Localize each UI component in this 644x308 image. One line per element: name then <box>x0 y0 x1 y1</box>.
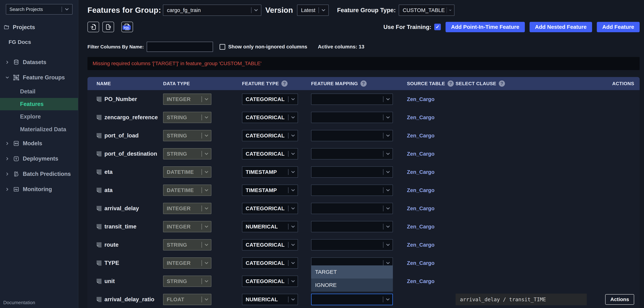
column-header-data-type: DATA TYPE <box>163 81 212 86</box>
feature-group-select[interactable]: cargo_fg_train <box>163 4 261 16</box>
chevron-down-icon <box>204 260 209 266</box>
feature-mapping-select[interactable] <box>311 185 393 196</box>
export-features-button[interactable] <box>102 22 114 32</box>
feature-type-select[interactable]: CATEGORICAL <box>242 257 298 269</box>
chevron-down-icon <box>290 169 296 175</box>
chevron-down-icon <box>204 96 209 102</box>
feature-mapping-select[interactable] <box>311 294 393 305</box>
feature-name: zencargo_reference <box>104 114 158 121</box>
sidebar-item-models[interactable]: Models <box>0 136 78 151</box>
use-for-training-label: Use For Training: <box>384 24 431 30</box>
feature-type-select[interactable]: CATEGORICAL <box>242 112 298 123</box>
chevron-right-icon <box>5 172 10 176</box>
feature-mapping-select[interactable] <box>311 203 393 214</box>
sidebar: Search Projects Projects FG Docs Dataset… <box>0 0 78 308</box>
source-table-link[interactable]: Zen_Cargo <box>407 96 434 102</box>
sidebar-item-batch-predictions[interactable]: Batch Predictions <box>0 166 78 182</box>
feature-mapping-option-target[interactable]: TARGET <box>311 265 393 279</box>
feature-type-select[interactable]: CATEGORICAL <box>242 239 298 251</box>
feature-type-select[interactable]: CATEGORICAL <box>242 130 298 141</box>
sidebar-item-monitoring[interactable]: Monitoring <box>0 182 78 197</box>
source-table-link[interactable]: Zen_Cargo <box>407 206 434 211</box>
sidebar-item-features[interactable]: Features <box>0 98 78 110</box>
page-title: Features for Group: <box>88 6 161 14</box>
sidebar-item-materialized-data[interactable]: Materialized Data <box>0 123 78 136</box>
feature-type-select[interactable]: NUMERICAL <box>242 221 298 232</box>
feature-mapping-cell <box>311 199 393 218</box>
feature-type-select[interactable]: CATEGORICAL <box>242 203 298 214</box>
row-actions-button[interactable]: Actions <box>605 294 634 305</box>
feature-note-icon <box>96 188 102 193</box>
feature-name-cell: port_of_load <box>96 132 163 139</box>
chevron-down-icon <box>385 242 391 248</box>
chevron-right-icon <box>5 156 10 161</box>
feature-type-select[interactable]: CATEGORICAL <box>242 148 298 159</box>
feature-type-select[interactable]: CATEGORICAL <box>242 276 298 287</box>
source-table-link[interactable]: Zen_Cargo <box>407 151 434 157</box>
chevron-down-icon <box>290 188 296 193</box>
table-header-row: NAME DATA TYPE FEATURE TYPE? FEATURE MAP… <box>88 77 640 90</box>
sidebar-item-datasets[interactable]: Datasets <box>0 55 78 70</box>
source-table-link[interactable]: Zen_Cargo <box>407 187 434 193</box>
source-table-link[interactable]: Zen_Cargo <box>407 169 434 175</box>
sql-editor-button[interactable]: SQL <box>121 22 133 32</box>
feature-mapping-select[interactable] <box>311 112 393 123</box>
sidebar-item-detail[interactable]: Detail <box>0 85 78 98</box>
feature-mapping-select[interactable] <box>311 166 393 178</box>
feature-group-type-select[interactable]: CUSTOM_TABLE <box>399 4 454 16</box>
data-type-select: INTEGER <box>163 257 212 269</box>
sidebar-item-explore[interactable]: Explore <box>0 110 78 123</box>
active-columns-count: Active columns: 13 <box>318 44 364 50</box>
chevron-down-icon <box>385 115 391 120</box>
version-select[interactable]: Latest <box>297 4 329 16</box>
feature-type-select[interactable]: TIMESTAMP <box>242 166 298 178</box>
sidebar-item-deployments[interactable]: Deployments <box>0 151 78 166</box>
sidebar-item-feature-groups[interactable]: Feature Groups <box>0 70 78 85</box>
help-icon[interactable]: ? <box>281 80 288 87</box>
use-for-training-checkbox[interactable] <box>434 24 441 30</box>
feature-mapping-select[interactable] <box>311 239 393 251</box>
select-divider <box>202 151 202 157</box>
sidebar-project-name[interactable]: FG Docs <box>8 39 78 45</box>
add-point-in-time-feature-button[interactable]: Add Point-In-Time Feature <box>446 22 525 32</box>
documentation-link[interactable]: Documentation <box>3 300 35 306</box>
help-icon[interactable]: ? <box>360 80 367 87</box>
add-nested-feature-button[interactable]: Add Nested Feature <box>530 22 592 32</box>
table-row: port_of_loadSTRINGCATEGORICALZen_Cargo <box>88 126 640 145</box>
feature-mapping-select[interactable] <box>311 148 393 159</box>
source-table-link[interactable]: Zen_Cargo <box>407 260 434 266</box>
select-value: STRING <box>167 151 200 157</box>
source-table-link[interactable]: Zen_Cargo <box>407 114 434 120</box>
filter-columns-label: Filter Columns By Name: <box>88 44 144 50</box>
source-table-link[interactable]: Zen_Cargo <box>407 278 434 284</box>
sidebar-item-label: Monitoring <box>23 186 52 193</box>
feature-mapping-cell <box>311 181 393 199</box>
project-search-select[interactable]: Search Projects <box>6 4 72 14</box>
models-icon <box>13 140 20 147</box>
feature-mapping-select[interactable] <box>311 221 393 232</box>
add-feature-button[interactable]: Add Feature <box>597 22 640 32</box>
select-value: INTEGER <box>167 260 200 266</box>
source-table-link[interactable]: Zen_Cargo <box>407 224 434 230</box>
chevron-down-icon <box>385 224 391 229</box>
feature-mapping-select[interactable] <box>311 130 393 141</box>
feature-mapping-select[interactable] <box>311 94 393 105</box>
sidebar-item-projects[interactable]: Projects <box>3 24 78 30</box>
source-table-link[interactable]: Zen_Cargo <box>407 242 434 248</box>
select-divider <box>251 7 252 13</box>
filter-columns-input[interactable] <box>147 42 213 52</box>
data-type-cell: INTEGER <box>163 94 212 105</box>
source-table-link[interactable]: Zen_Cargo <box>407 133 434 139</box>
feature-mapping-option-ignore[interactable]: IGNORE <box>311 279 393 292</box>
feature-type-select[interactable]: CATEGORICAL <box>242 94 298 105</box>
help-icon[interactable]: ? <box>499 80 505 87</box>
table-row: ataDATETIMETIMESTAMPZen_Cargo <box>88 181 640 199</box>
feature-type-select[interactable]: NUMERICAL <box>242 294 298 305</box>
show-non-ignored-checkbox[interactable] <box>220 44 225 50</box>
feature-type-cell: CATEGORICAL <box>242 257 298 269</box>
feature-type-cell: CATEGORICAL <box>242 112 298 123</box>
help-icon[interactable]: ? <box>448 80 454 87</box>
data-type-select: STRING <box>163 112 212 123</box>
import-features-button[interactable] <box>88 22 99 32</box>
feature-type-select[interactable]: TIMESTAMP <box>242 185 298 196</box>
